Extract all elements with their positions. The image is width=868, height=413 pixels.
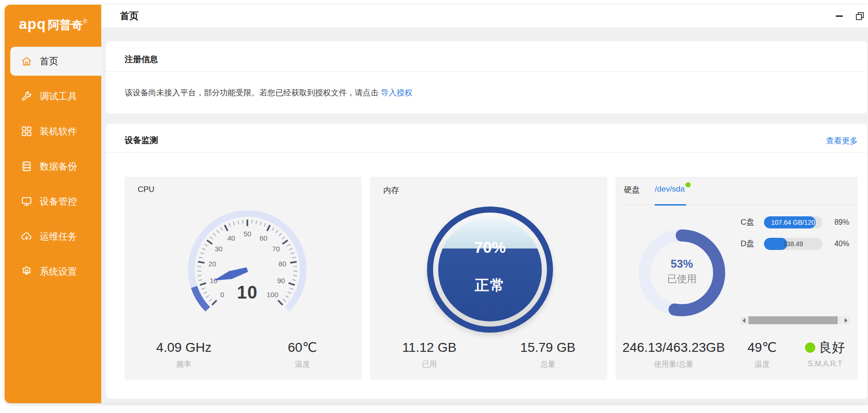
logo-brand-text: apq	[19, 16, 46, 32]
partition-row: D盘 138.49 40%	[741, 237, 849, 250]
memory-usage-percent: 70%	[438, 238, 542, 256]
logo-name-text: 阿普奇	[48, 18, 83, 31]
smart-status-dot-icon	[805, 342, 815, 353]
sidebar-item-label: 系统设置	[40, 265, 77, 278]
app-window: apq阿普奇® 首页 调试工具 装机软件	[5, 5, 868, 403]
sidebar-item-label: 运维任务	[40, 230, 77, 243]
registration-message: 该设备尚未接入平台，部分功能受限。若您已经获取到授权文件，请点击 导入授权	[125, 87, 413, 98]
scroll-left-arrow-icon[interactable]	[742, 318, 745, 323]
app-logo: apq阿普奇®	[5, 16, 101, 33]
disk-smart-stat: 良好 S.M.A.R.T	[792, 340, 858, 370]
disk-health-dot-icon	[686, 182, 691, 187]
cpu-panel: CPU 0102030405060708090100 10 4.09 GHz 频…	[125, 177, 362, 380]
divider	[106, 71, 867, 72]
svg-text:80: 80	[279, 260, 287, 268]
server-icon	[21, 160, 33, 172]
stat-value: 15.79 GB	[489, 340, 607, 356]
registration-title: 注册信息	[125, 54, 158, 65]
partition-usage-bar: 138.49	[764, 238, 822, 250]
stat-label: 温度	[243, 360, 362, 370]
memory-stats: 11.12 GB 已用 15.79 GB 总量	[370, 340, 607, 370]
disk-panel-title: 硬盘	[624, 185, 640, 195]
divider	[106, 152, 867, 153]
device-monitor-card: 设备监测 查看更多 CPU 0102030405060708090100 10	[106, 124, 867, 399]
memory-fill-circle: 70% 正常	[438, 218, 542, 321]
memory-status: 正常	[438, 276, 542, 295]
cpu-gauge: 0102030405060708090100 10	[177, 199, 317, 340]
stat-value: 49℃	[732, 340, 792, 356]
disk-temperature-stat: 49℃ 温度	[732, 340, 792, 370]
disk-partitions: C盘 107.64 GB/120 89% D盘	[741, 216, 849, 259]
memory-total-stat: 15.79 GB 总量	[489, 340, 607, 370]
stat-label: 使用量/总量	[616, 360, 732, 370]
cloud-download-icon	[21, 230, 33, 242]
restore-icon	[855, 12, 864, 21]
memory-panel: 内存 70% 正常	[370, 177, 607, 380]
memory-liquid-gauge: 70% 正常	[427, 206, 553, 333]
stat-label: S.M.A.R.T	[792, 360, 858, 368]
svg-text:70: 70	[272, 245, 280, 253]
cpu-frequency-stat: 4.09 GHz 频率	[125, 340, 243, 370]
disk-tab-dev-sda[interactable]: /dev/sda	[655, 185, 685, 194]
stat-value: 246.13/463.23GB	[616, 340, 732, 356]
sidebar-item-home[interactable]: 首页	[10, 47, 101, 76]
cpu-stats: 4.09 GHz 频率 60℃ 温度	[125, 340, 362, 370]
registration-card: 注册信息 该设备尚未接入平台，部分功能受限。若您已经获取到授权文件，请点击 导入…	[106, 41, 867, 114]
cpu-panel-title: CPU	[138, 185, 154, 194]
content-area: 注册信息 该设备尚未接入平台，部分功能受限。若您已经获取到授权文件，请点击 导入…	[101, 28, 868, 403]
partition-bar-text: 138.49	[764, 238, 822, 250]
main-area: 首页 注册信息 该设备尚未接入平台，部分功能受限。若您已经获取到授权文件，请点击…	[101, 5, 868, 403]
sidebar-item-label: 数据备份	[40, 160, 77, 173]
partition-usage-bar: 107.64 GB/120	[764, 216, 822, 228]
minimize-button[interactable]	[834, 12, 844, 21]
partition-percent: 40%	[834, 240, 849, 248]
svg-text:60: 60	[259, 234, 267, 242]
sidebar-item-system-settings[interactable]: 系统设置	[10, 257, 101, 286]
disk-usage-donut: 53% 已使用	[638, 229, 725, 316]
partition-label: C盘	[741, 217, 764, 228]
minimize-icon	[836, 15, 843, 17]
sidebar-item-label: 首页	[40, 55, 58, 68]
sidebar-item-debug-tools[interactable]: 调试工具	[10, 82, 101, 111]
sidebar-item-label: 设备管控	[40, 195, 77, 208]
svg-text:50: 50	[244, 230, 252, 238]
sidebar-item-data-backup[interactable]: 数据备份	[10, 152, 101, 181]
sidebar-item-ops-tasks[interactable]: 运维任务	[10, 222, 101, 251]
partition-label: D盘	[741, 238, 764, 249]
disk-used-percent: 53%	[671, 257, 693, 271]
memory-ring: 70% 正常	[427, 206, 553, 333]
stat-label: 频率	[125, 360, 243, 370]
page-title: 首页	[120, 10, 139, 22]
stat-value: 4.09 GHz	[125, 340, 243, 356]
apps-grid-icon	[21, 125, 33, 137]
view-more-link[interactable]: 查看更多	[826, 135, 858, 146]
restore-button[interactable]	[855, 12, 864, 21]
import-license-link[interactable]: 导入授权	[381, 88, 413, 97]
horizontal-scrollbar[interactable]	[741, 316, 849, 324]
stat-value: 良好	[819, 340, 845, 356]
cpu-gauge-chart: 0102030405060708090100	[177, 199, 317, 340]
svg-text:20: 20	[209, 260, 217, 268]
scroll-right-arrow-icon[interactable]	[845, 318, 847, 323]
memory-panel-title: 内存	[383, 185, 399, 196]
active-tab-underline	[655, 204, 686, 206]
title-bar: 首页	[101, 5, 868, 28]
sidebar-item-device-control[interactable]: 设备管控	[10, 187, 101, 216]
home-icon	[21, 55, 33, 67]
stat-value: 60℃	[243, 340, 362, 356]
partition-bar-text: 107.64 GB/120	[764, 216, 822, 228]
monitor-title: 设备监测	[125, 135, 158, 146]
cpu-usage-value: 10	[177, 283, 317, 303]
sidebar-item-label: 调试工具	[40, 90, 77, 103]
sidebar-item-label: 装机软件	[40, 125, 77, 138]
stat-label: 总量	[489, 360, 607, 370]
window-controls	[834, 12, 864, 21]
memory-used-stat: 11.12 GB 已用	[370, 340, 489, 370]
wrench-icon	[21, 90, 33, 102]
stat-value: 11.12 GB	[370, 340, 489, 356]
disk-stats: 246.13/463.23GB 使用量/总量 49℃ 温度 良好	[616, 340, 858, 370]
scrollbar-thumb[interactable]	[749, 316, 838, 324]
monitor-panels: CPU 0102030405060708090100 10 4.09 GHz 频…	[125, 177, 858, 380]
registration-message-text: 该设备尚未接入平台，部分功能受限。若您已经获取到授权文件，请点击	[125, 88, 378, 97]
sidebar-item-installed-software[interactable]: 装机软件	[10, 117, 101, 146]
